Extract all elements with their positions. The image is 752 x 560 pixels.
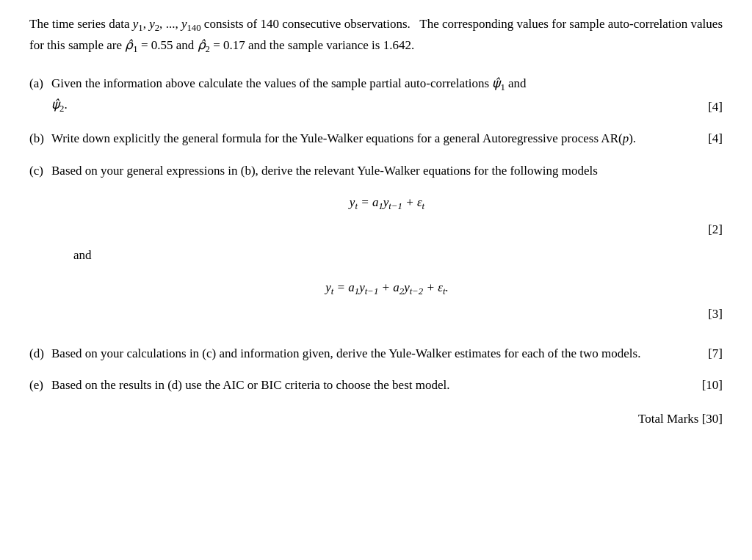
question-e: (e) Based on the results in (d) use the … [29, 376, 723, 395]
question-a-content: Given the information above calculate th… [51, 74, 723, 116]
question-e-label: (e) [29, 376, 51, 395]
question-c-formula2: yt = a1yt−1 + a2yt−2 + εt. [51, 278, 723, 299]
question-b-label: (b) [29, 129, 51, 148]
question-a-label: (a) [29, 74, 51, 116]
question-e-marks: [10] [693, 376, 723, 395]
question-e-content: Based on the results in (d) use the AIC … [51, 376, 723, 395]
question-b-marks: [4] [693, 129, 723, 148]
question-a-text-line1: Given the information above calculate th… [51, 74, 527, 95]
question-c-connector: and [73, 246, 723, 265]
question-c-marks2: [3] [51, 305, 723, 324]
question-list: (a) Given the information above calculat… [29, 74, 723, 395]
total-marks: Total Marks [30] [29, 410, 723, 429]
question-c-label: (c) [29, 161, 51, 331]
question-c-marks1: [2] [51, 220, 723, 239]
question-e-text: Based on the results in (d) use the AIC … [51, 376, 449, 395]
question-b-content: Write down explicitly the general formul… [51, 129, 723, 148]
intro-paragraph: The time series data y1, y2, ..., y140 c… [29, 15, 723, 57]
question-a-marks: [4] [693, 98, 723, 117]
question-b: (b) Write down explicitly the general fo… [29, 129, 723, 148]
question-b-text: Write down explicitly the general formul… [51, 129, 636, 148]
question-d-text: Based on your calculations in (c) and in… [51, 344, 640, 363]
question-c-formula1: yt = a1yt−1 + εt [51, 193, 723, 214]
question-d-content: Based on your calculations in (c) and in… [51, 344, 723, 363]
question-c-content: Based on your general expressions in (b)… [51, 161, 723, 331]
question-d-label: (d) [29, 344, 51, 363]
question-a: (a) Given the information above calculat… [29, 74, 723, 116]
question-a-text-line2: ψ̂2. [51, 95, 68, 117]
question-d: (d) Based on your calculations in (c) an… [29, 344, 723, 363]
question-c: (c) Based on your general expressions in… [29, 161, 723, 331]
question-c-intro: Based on your general expressions in (b)… [51, 161, 723, 181]
question-d-marks: [7] [693, 344, 723, 363]
